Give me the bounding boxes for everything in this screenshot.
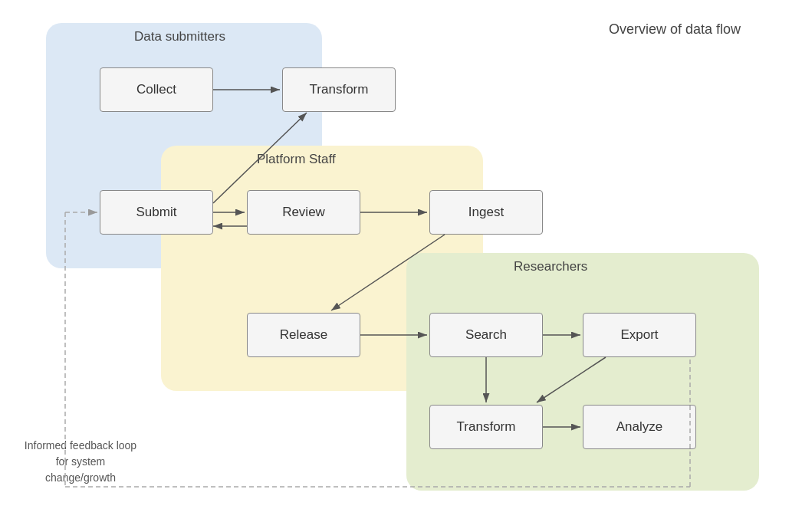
box-transform-bottom: Transform — [429, 405, 543, 449]
box-search: Search — [429, 313, 543, 357]
box-release: Release — [247, 313, 360, 357]
label-platform-staff: Platform Staff — [257, 152, 336, 167]
box-export: Export — [583, 313, 696, 357]
label-researchers: Researchers — [514, 259, 587, 274]
box-transform-top: Transform — [282, 67, 396, 112]
page-title: Overview of data flow — [609, 21, 741, 38]
region-researchers — [406, 253, 759, 491]
box-ingest: Ingest — [429, 190, 543, 235]
feedback-label: Informed feedback loop for system change… — [23, 438, 138, 486]
box-collect: Collect — [100, 67, 213, 112]
box-submit: Submit — [100, 190, 213, 235]
diagram-container: Data submitters Platform Staff Researche… — [0, 0, 802, 532]
label-data-submitters: Data submitters — [134, 29, 225, 44]
box-review: Review — [247, 190, 360, 235]
box-analyze: Analyze — [583, 405, 696, 449]
